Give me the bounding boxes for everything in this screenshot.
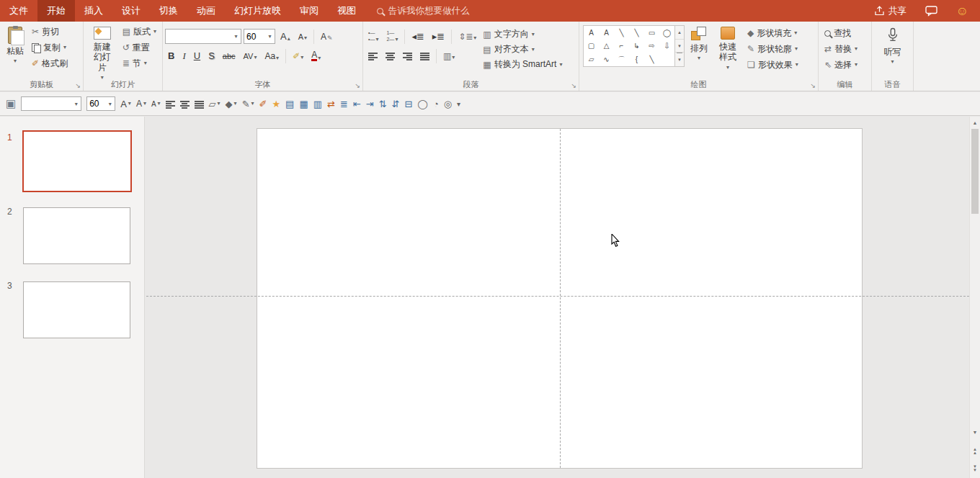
paragraph-dialog-launcher[interactable]: ↘ — [571, 83, 576, 89]
toolbar-distribute-horizontal-button[interactable]: ⇵ — [392, 99, 400, 109]
font-size-combo[interactable]: ▾ — [244, 29, 275, 44]
paste-button[interactable]: 粘贴 ▾ — [2, 24, 28, 64]
shrink-font-button[interactable]: A ▾ — [295, 32, 310, 42]
tab-file[interactable]: 文件 — [0, 0, 37, 22]
shape-fill-button[interactable]: ◆ 形状填充 ▾ — [744, 25, 802, 41]
align-center-button[interactable] — [383, 51, 398, 60]
comments-icon[interactable] — [925, 6, 937, 17]
justify-button[interactable] — [417, 51, 432, 60]
gallery-more-icon[interactable]: ▼ — [677, 53, 682, 66]
feedback-smiley-icon[interactable]: ☺ — [956, 5, 968, 17]
toolbar-align-center-button[interactable] — [180, 100, 190, 108]
decrease-indent-button[interactable]: ◂≣ — [409, 31, 427, 42]
tab-home[interactable]: 开始 — [37, 0, 75, 22]
strikethrough-button[interactable]: abc — [220, 51, 239, 61]
shape-arc[interactable]: ⌒ — [614, 53, 629, 66]
font-color-button[interactable]: A ▾ — [308, 50, 324, 62]
gallery-scroll-down-icon[interactable]: ▼ — [675, 40, 684, 53]
shape-elbow-connector[interactable]: ⌐ — [614, 40, 629, 53]
select-button[interactable]: ⇖ 选择 ▾ — [821, 57, 861, 73]
tab-transitions[interactable]: 切换 — [150, 0, 187, 22]
copy-button[interactable]: 复制 ▾ — [28, 40, 71, 55]
tell-me-search[interactable]: 告诉我你想要做什么 — [377, 0, 470, 22]
underline-button[interactable]: U — [191, 50, 203, 62]
clipboard-dialog-launcher[interactable]: ↘ — [75, 83, 81, 89]
toolbar-font-name-combo[interactable]: ▾ — [21, 96, 81, 111]
toolbar-align-objects-left-button[interactable]: ⇤ — [353, 99, 361, 109]
shape-line[interactable]: ╲ — [614, 26, 629, 40]
shape-rectangle[interactable]: ▭ — [644, 26, 659, 40]
shape-curve[interactable]: ∿ — [599, 53, 614, 66]
toolbar-format-brush-button[interactable]: ✐ — [259, 99, 267, 109]
toolbar-outline-color-button[interactable]: ✎▾ — [242, 99, 254, 109]
tab-insert[interactable]: 插入 — [75, 0, 112, 22]
shape-oval[interactable]: ◯ — [659, 26, 674, 40]
find-button[interactable]: 查找 — [821, 25, 861, 41]
share-button[interactable]: 共享 — [874, 5, 906, 17]
scrollbar-thumb[interactable] — [971, 129, 979, 214]
quick-styles-button[interactable]: 快速样式 ▾ — [712, 24, 744, 71]
toolbar-remove-button[interactable]: ⊟ — [404, 99, 412, 109]
slide-2-thumbnail[interactable] — [23, 207, 130, 264]
toolbar-font-size-input[interactable] — [87, 99, 105, 109]
numbering-button[interactable]: 1— 2— ▾ — [383, 30, 401, 42]
gallery-scroll-up-icon[interactable]: ▲ — [675, 26, 684, 40]
toolbar-list-button[interactable]: ≣ — [340, 99, 348, 109]
shape-brace[interactable]: { — [629, 53, 644, 66]
shape-outline-button[interactable]: ✎ 形状轮廓 ▾ — [744, 41, 802, 57]
highlight-color-button[interactable]: ✐ ▾ — [290, 51, 306, 61]
previous-slide-button[interactable]: ▲▲ — [970, 446, 980, 456]
slide-3-thumbnail[interactable] — [23, 281, 130, 338]
character-spacing-button[interactable]: AV ▾ — [241, 51, 260, 61]
align-text-button[interactable]: ▤ 对齐文本 ▾ — [479, 42, 566, 57]
horizontal-guide[interactable] — [146, 296, 969, 297]
columns-button[interactable]: ▥ ▾ — [440, 51, 458, 61]
text-shadow-button[interactable]: S — [205, 50, 218, 62]
next-slide-button[interactable]: ▼▼ — [970, 463, 980, 474]
toolbar-cells-button[interactable]: ▥ — [313, 99, 322, 109]
shape-freeform[interactable]: ▱ — [584, 53, 599, 66]
toolbar-fill-color-button[interactable]: ◆▾ — [226, 99, 237, 109]
shape-elbow-arrow-connector[interactable]: ↳ — [629, 40, 644, 53]
bold-button[interactable]: B — [165, 50, 177, 62]
change-case-button[interactable]: Aa ▾ — [262, 50, 282, 62]
toolbar-font-size-combo[interactable]: ▾ — [86, 96, 115, 111]
grow-font-button[interactable]: A ▴ — [277, 30, 293, 42]
toolbar-justify-button[interactable] — [195, 100, 204, 108]
tab-view[interactable]: 视图 — [328, 0, 365, 22]
line-spacing-button[interactable]: ⇕≣ ▾ — [455, 32, 479, 42]
font-name-combo[interactable]: ▾ — [165, 29, 241, 44]
toolbar-shape-circle-button[interactable]: ◯ — [417, 99, 428, 109]
scroll-down-button[interactable]: ▼ — [970, 427, 980, 438]
shape-textbox[interactable]: A — [584, 26, 599, 40]
tab-design[interactable]: 设计 — [112, 0, 150, 22]
shape-right-arrow[interactable]: ⇨ — [644, 40, 659, 53]
shape-line-arrow[interactable]: ╲ — [629, 26, 644, 40]
arrange-button[interactable]: 排列 ▾ — [686, 24, 712, 61]
shape-down-arrow[interactable]: ⇩ — [659, 40, 674, 53]
shape-scribble[interactable]: ╲ — [644, 53, 659, 66]
toolbar-shape-pie-button[interactable]: ◔ — [433, 99, 439, 109]
toolbar-distribute-vertical-button[interactable]: ⇅ — [379, 99, 387, 109]
format-painter-button[interactable]: ✐ 格式刷 — [28, 55, 71, 71]
replace-button[interactable]: ⇄ 替换 ▾ — [821, 41, 861, 57]
section-button[interactable]: ≣ 节 ▾ — [119, 55, 160, 71]
slide-settings-button[interactable]: ▣ — [6, 97, 16, 110]
increase-indent-button[interactable]: ▸≣ — [429, 31, 447, 42]
shape-rounded-rectangle[interactable]: ▢ — [584, 40, 599, 53]
layout-button[interactable]: ▤ 版式 ▾ — [119, 24, 160, 40]
reset-button[interactable]: ↺ 重置 — [119, 40, 160, 55]
toolbar-align-objects-right-button[interactable]: ⇥ — [366, 99, 374, 109]
toolbar-font-name-input[interactable] — [22, 99, 71, 109]
align-right-button[interactable] — [400, 51, 415, 60]
tab-slideshow[interactable]: 幻灯片放映 — [225, 0, 290, 22]
toolbar-shape-button[interactable]: ▱▾ — [209, 99, 220, 109]
bullets-button[interactable]: •— •— ▾ — [365, 30, 381, 42]
new-slide-button[interactable]: 新建幻灯片 ▾ — [86, 24, 119, 81]
vertical-scrollbar[interactable]: ▲ ▼ ▲▲ ▼▼ — [969, 117, 980, 478]
font-dialog-launcher[interactable]: ↘ — [355, 83, 360, 89]
toolbar-overflow-button[interactable]: ▾ — [457, 100, 460, 108]
toolbar-shape-ring-button[interactable]: ◎ — [444, 99, 452, 109]
italic-button[interactable]: I — [179, 50, 188, 63]
tab-review[interactable]: 审阅 — [290, 0, 328, 22]
